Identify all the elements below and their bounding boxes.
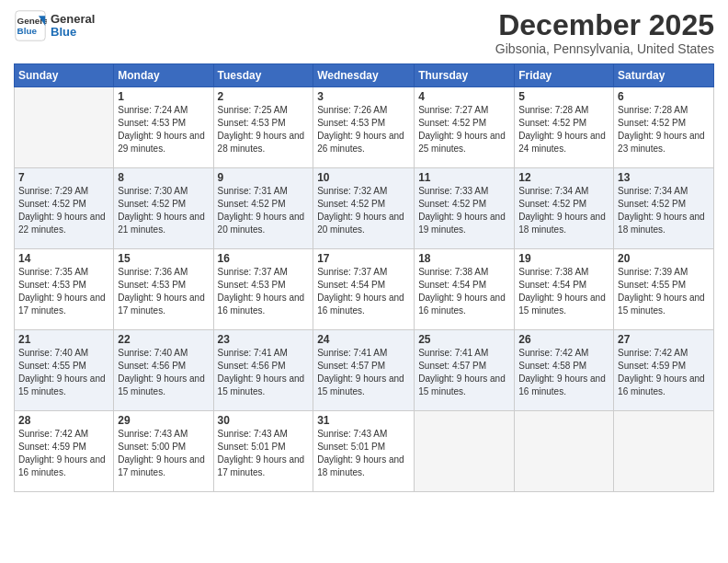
day-number: 17 bbox=[317, 252, 410, 265]
calendar-cell bbox=[15, 87, 114, 168]
day-number: 27 bbox=[618, 333, 710, 346]
day-number: 8 bbox=[118, 171, 209, 184]
calendar-week-row: 1Sunrise: 7:24 AMSunset: 4:53 PMDaylight… bbox=[15, 87, 714, 168]
calendar-cell: 15Sunrise: 7:36 AMSunset: 4:53 PMDayligh… bbox=[114, 249, 213, 330]
day-info: Sunrise: 7:26 AMSunset: 4:53 PMDaylight:… bbox=[317, 104, 410, 155]
day-info: Sunrise: 7:38 AMSunset: 4:54 PMDaylight:… bbox=[418, 266, 510, 317]
calendar-cell: 20Sunrise: 7:39 AMSunset: 4:55 PMDayligh… bbox=[614, 249, 714, 330]
calendar-week-row: 21Sunrise: 7:40 AMSunset: 4:55 PMDayligh… bbox=[15, 330, 714, 411]
day-info: Sunrise: 7:41 AMSunset: 4:57 PMDaylight:… bbox=[418, 347, 510, 398]
day-info: Sunrise: 7:28 AMSunset: 4:52 PMDaylight:… bbox=[618, 104, 710, 155]
day-number: 28 bbox=[18, 414, 109, 427]
day-number: 31 bbox=[317, 414, 410, 427]
day-number: 6 bbox=[618, 90, 710, 103]
day-number: 11 bbox=[418, 171, 510, 184]
day-info: Sunrise: 7:41 AMSunset: 4:57 PMDaylight:… bbox=[317, 347, 410, 398]
location: Gibsonia, Pennsylvania, United States bbox=[495, 41, 714, 56]
day-number: 30 bbox=[218, 414, 310, 427]
calendar-week-row: 28Sunrise: 7:42 AMSunset: 4:59 PMDayligh… bbox=[15, 411, 714, 492]
day-number: 9 bbox=[218, 171, 310, 184]
day-info: Sunrise: 7:42 AMSunset: 4:59 PMDaylight:… bbox=[618, 347, 710, 398]
header-sunday: Sunday bbox=[15, 64, 114, 87]
day-info: Sunrise: 7:43 AMSunset: 5:01 PMDaylight:… bbox=[317, 428, 410, 479]
day-number: 16 bbox=[218, 252, 310, 265]
day-info: Sunrise: 7:25 AMSunset: 4:53 PMDaylight:… bbox=[218, 104, 310, 155]
calendar-cell: 16Sunrise: 7:37 AMSunset: 4:53 PMDayligh… bbox=[213, 249, 313, 330]
calendar-cell: 22Sunrise: 7:40 AMSunset: 4:56 PMDayligh… bbox=[114, 330, 213, 411]
day-info: Sunrise: 7:40 AMSunset: 4:56 PMDaylight:… bbox=[118, 347, 209, 398]
day-info: Sunrise: 7:39 AMSunset: 4:55 PMDaylight:… bbox=[618, 266, 710, 317]
day-number: 12 bbox=[518, 171, 609, 184]
calendar-cell: 26Sunrise: 7:42 AMSunset: 4:58 PMDayligh… bbox=[515, 330, 614, 411]
day-info: Sunrise: 7:33 AMSunset: 4:52 PMDaylight:… bbox=[418, 185, 510, 236]
day-number: 18 bbox=[418, 252, 510, 265]
day-number: 19 bbox=[518, 252, 609, 265]
logo-blue-text: Blue bbox=[51, 26, 95, 39]
day-info: Sunrise: 7:43 AMSunset: 5:01 PMDaylight:… bbox=[218, 428, 310, 479]
day-number: 7 bbox=[18, 171, 109, 184]
logo: General Blue General Blue bbox=[14, 9, 95, 42]
day-number: 21 bbox=[18, 333, 109, 346]
day-info: Sunrise: 7:28 AMSunset: 4:52 PMDaylight:… bbox=[518, 104, 609, 155]
day-number: 13 bbox=[618, 171, 710, 184]
day-number: 20 bbox=[618, 252, 710, 265]
calendar-cell: 24Sunrise: 7:41 AMSunset: 4:57 PMDayligh… bbox=[313, 330, 415, 411]
day-number: 26 bbox=[518, 333, 609, 346]
calendar-cell: 23Sunrise: 7:41 AMSunset: 4:56 PMDayligh… bbox=[213, 330, 313, 411]
day-number: 4 bbox=[418, 90, 510, 103]
calendar-week-row: 7Sunrise: 7:29 AMSunset: 4:52 PMDaylight… bbox=[15, 168, 714, 249]
calendar-cell: 9Sunrise: 7:31 AMSunset: 4:52 PMDaylight… bbox=[213, 168, 313, 249]
month-title: December 2025 bbox=[495, 9, 714, 41]
header-friday: Friday bbox=[515, 64, 614, 87]
calendar-header-row: SundayMondayTuesdayWednesdayThursdayFrid… bbox=[15, 64, 714, 87]
day-number: 10 bbox=[317, 171, 410, 184]
day-number: 3 bbox=[317, 90, 410, 103]
day-info: Sunrise: 7:34 AMSunset: 4:52 PMDaylight:… bbox=[518, 185, 609, 236]
day-number: 29 bbox=[118, 414, 209, 427]
day-info: Sunrise: 7:27 AMSunset: 4:52 PMDaylight:… bbox=[418, 104, 510, 155]
calendar-cell: 31Sunrise: 7:43 AMSunset: 5:01 PMDayligh… bbox=[313, 411, 415, 492]
day-info: Sunrise: 7:34 AMSunset: 4:52 PMDaylight:… bbox=[618, 185, 710, 236]
day-info: Sunrise: 7:43 AMSunset: 5:00 PMDaylight:… bbox=[118, 428, 209, 479]
calendar-cell: 18Sunrise: 7:38 AMSunset: 4:54 PMDayligh… bbox=[415, 249, 515, 330]
day-info: Sunrise: 7:24 AMSunset: 4:53 PMDaylight:… bbox=[118, 104, 209, 155]
header-saturday: Saturday bbox=[614, 64, 714, 87]
calendar-cell: 25Sunrise: 7:41 AMSunset: 4:57 PMDayligh… bbox=[415, 330, 515, 411]
header-thursday: Thursday bbox=[415, 64, 515, 87]
day-number: 15 bbox=[118, 252, 209, 265]
day-info: Sunrise: 7:40 AMSunset: 4:55 PMDaylight:… bbox=[18, 347, 109, 398]
calendar-cell: 17Sunrise: 7:37 AMSunset: 4:54 PMDayligh… bbox=[313, 249, 415, 330]
day-info: Sunrise: 7:36 AMSunset: 4:53 PMDaylight:… bbox=[118, 266, 209, 317]
header-tuesday: Tuesday bbox=[213, 64, 313, 87]
day-number: 25 bbox=[418, 333, 510, 346]
calendar-week-row: 14Sunrise: 7:35 AMSunset: 4:53 PMDayligh… bbox=[15, 249, 714, 330]
calendar-cell: 10Sunrise: 7:32 AMSunset: 4:52 PMDayligh… bbox=[313, 168, 415, 249]
day-info: Sunrise: 7:32 AMSunset: 4:52 PMDaylight:… bbox=[317, 185, 410, 236]
day-info: Sunrise: 7:29 AMSunset: 4:52 PMDaylight:… bbox=[18, 185, 109, 236]
day-info: Sunrise: 7:37 AMSunset: 4:53 PMDaylight:… bbox=[218, 266, 310, 317]
calendar-cell: 21Sunrise: 7:40 AMSunset: 4:55 PMDayligh… bbox=[15, 330, 114, 411]
day-info: Sunrise: 7:35 AMSunset: 4:53 PMDaylight:… bbox=[18, 266, 109, 317]
day-number: 24 bbox=[317, 333, 410, 346]
day-info: Sunrise: 7:42 AMSunset: 4:59 PMDaylight:… bbox=[18, 428, 109, 479]
calendar-cell bbox=[515, 411, 614, 492]
calendar-cell: 29Sunrise: 7:43 AMSunset: 5:00 PMDayligh… bbox=[114, 411, 213, 492]
day-info: Sunrise: 7:30 AMSunset: 4:52 PMDaylight:… bbox=[118, 185, 209, 236]
day-info: Sunrise: 7:42 AMSunset: 4:58 PMDaylight:… bbox=[518, 347, 609, 398]
day-info: Sunrise: 7:31 AMSunset: 4:52 PMDaylight:… bbox=[218, 185, 310, 236]
calendar-cell: 1Sunrise: 7:24 AMSunset: 4:53 PMDaylight… bbox=[114, 87, 213, 168]
svg-text:Blue: Blue bbox=[17, 26, 38, 36]
day-number: 23 bbox=[218, 333, 310, 346]
day-number: 2 bbox=[218, 90, 310, 103]
logo-general-text: General bbox=[51, 13, 95, 26]
calendar-cell: 11Sunrise: 7:33 AMSunset: 4:52 PMDayligh… bbox=[415, 168, 515, 249]
calendar-cell: 8Sunrise: 7:30 AMSunset: 4:52 PMDaylight… bbox=[114, 168, 213, 249]
calendar-cell: 3Sunrise: 7:26 AMSunset: 4:53 PMDaylight… bbox=[313, 87, 415, 168]
calendar: SundayMondayTuesdayWednesdayThursdayFrid… bbox=[14, 63, 714, 492]
calendar-cell: 2Sunrise: 7:25 AMSunset: 4:53 PMDaylight… bbox=[213, 87, 313, 168]
header-monday: Monday bbox=[114, 64, 213, 87]
day-number: 14 bbox=[18, 252, 109, 265]
day-number: 1 bbox=[118, 90, 209, 103]
calendar-cell: 19Sunrise: 7:38 AMSunset: 4:54 PMDayligh… bbox=[515, 249, 614, 330]
calendar-cell: 12Sunrise: 7:34 AMSunset: 4:52 PMDayligh… bbox=[515, 168, 614, 249]
